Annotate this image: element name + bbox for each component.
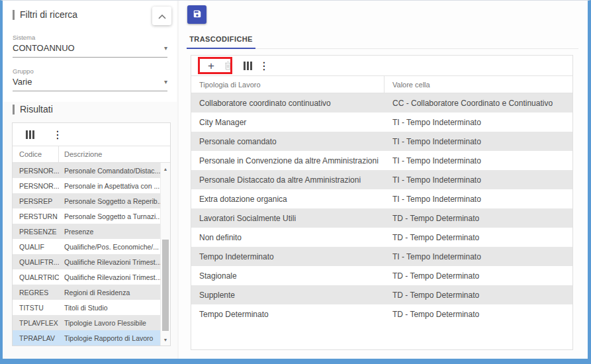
table-row[interactable]: Tempo Determinato TD - Tempo Determinato	[191, 304, 572, 324]
caret-down-icon[interactable]: ▾	[164, 79, 167, 85]
table-row[interactable]: PERSREP Personale Soggetto a Reperib...	[13, 193, 161, 208]
cell-descrizione: Personale Soggetto a Reperib...	[59, 197, 161, 205]
section-accent-bar	[13, 10, 15, 20]
results-title: Risultati	[20, 104, 53, 114]
cell-descrizione: Personale Soggetto a Turnazi...	[59, 212, 161, 220]
cell-valore: TD - Tempo Determinato	[385, 271, 572, 281]
gruppo-select[interactable]: Gruppo Varie ▾	[13, 68, 167, 91]
table-row[interactable]: QUALIF Qualifiche/Pos. Economiche/...	[13, 239, 161, 254]
table-row[interactable]: TPLAVFLEX Tipologie Lavoro Flessibile	[13, 315, 161, 330]
filters-title: Filtri di ricerca	[20, 9, 77, 20]
results-header: Risultati	[3, 104, 53, 114]
cell-descrizione: Tipologie Lavoro Flessibile	[59, 319, 161, 327]
cell-descrizione: Presenze	[59, 228, 161, 236]
cell-tipologia: Personale Distaccato da altre Amministra…	[191, 175, 385, 185]
cell-codice: QUALIF	[13, 243, 59, 251]
table-row[interactable]: City Manager TI - Tempo Indeterminato	[191, 113, 572, 132]
table-row[interactable]: Lavoratori Socialmente Utili TD - Tempo …	[191, 208, 572, 228]
table-row[interactable]: REGRES Regioni di Residenza	[13, 285, 161, 300]
table-row[interactable]: PERSTURN Personale Soggetto a Turnazi...	[13, 208, 161, 224]
cell-valore: CC - Collaboratore Coordinato e Continua…	[385, 99, 572, 108]
table-row[interactable]: PERSNOR... Personale in Aspettativa con …	[13, 178, 161, 193]
scroll-down-icon[interactable]: ▼	[161, 335, 170, 344]
table-row[interactable]: QUALRTRIC Qualifiche Rilevazioni Trimest…	[13, 269, 161, 285]
cell-descrizione: Qualifiche Rilevazioni Trimest...	[59, 258, 161, 266]
results-scrollbar[interactable]: ▲ ▼	[160, 163, 170, 345]
column-header-tipologia[interactable]: Tipologia di Lavoro	[191, 76, 385, 93]
grid-column-headers: Tipologia di Lavoro Valore cella	[191, 75, 572, 93]
save-button[interactable]	[187, 5, 206, 24]
cell-codice: TPRAPLAV	[13, 334, 59, 342]
column-header-descrizione[interactable]: Descrizione	[59, 150, 170, 158]
cell-valore: TD - Tempo Determinato	[385, 310, 572, 319]
cell-valore: TI - Tempo Indeterminato	[385, 137, 572, 146]
table-row[interactable]: Tempo Indeterminato TI - Tempo Indetermi…	[191, 247, 572, 266]
caret-down-icon[interactable]: ▾	[164, 45, 167, 52]
cell-descrizione: Regioni di Residenza	[59, 289, 161, 296]
table-row[interactable]: Personale in Convenzione da altre Ammini…	[191, 151, 572, 170]
grid-toolbar: + ⋮	[191, 56, 572, 75]
columns-icon[interactable]	[240, 58, 255, 73]
column-header-valore[interactable]: Valore cella	[385, 81, 572, 89]
scrollbar-thumb[interactable]	[162, 240, 169, 331]
kebab-menu-icon[interactable]: ⋮	[256, 58, 272, 73]
cell-valore: TI - Tempo Indeterminato	[385, 175, 572, 185]
results-grid: ⋮ Codice Descrizione PERSNOR... Personal…	[12, 122, 171, 346]
collapse-filters-button[interactable]	[152, 7, 171, 25]
gruppo-label: Gruppo	[13, 68, 167, 75]
table-row[interactable]: Personale comandato TI - Tempo Indetermi…	[191, 132, 572, 151]
cell-valore: TD - Tempo Determinato	[385, 291, 572, 300]
table-row[interactable]: TITSTU Titoli di Studio	[13, 300, 161, 315]
cell-codice: PERSNOR...	[13, 167, 59, 175]
cell-descrizione: Personale in Aspettativa con ...	[59, 182, 161, 190]
cell-valore: TD - Tempo Determinato	[385, 233, 572, 242]
table-row[interactable]: Collaboratore coordinato continuativo CC…	[191, 93, 572, 113]
cell-descrizione: Titoli di Studio	[59, 304, 161, 312]
cell-descrizione: Tipologie Rapporto di Lavoro	[59, 334, 161, 342]
cell-codice: TPLAVFLEX	[13, 319, 59, 327]
tab-trascodifiche[interactable]: TRASCODIFICHE	[187, 35, 255, 43]
cell-tipologia: City Manager	[191, 118, 385, 127]
cell-codice: TITSTU	[13, 304, 59, 312]
cell-valore: TI - Tempo Indeterminato	[385, 156, 572, 165]
grid-rows: Collaboratore coordinato continuativo CC…	[191, 93, 572, 324]
results-toolbar: ⋮	[13, 123, 170, 146]
table-row[interactable]: QUALIFTR... Qualifiche Rilevazioni Trime…	[13, 254, 161, 269]
kebab-menu-icon[interactable]: ⋮	[50, 126, 66, 142]
sistema-label: Sistema	[13, 34, 167, 41]
cell-valore: TI - Tempo Indeterminato	[385, 195, 572, 204]
table-row[interactable]: Stagionale TD - Tempo Determinato	[191, 266, 572, 285]
scroll-up-icon[interactable]: ▲	[161, 164, 170, 173]
add-row-icon[interactable]: +	[203, 58, 219, 73]
cell-codice: PERSTURN	[13, 212, 59, 220]
table-row[interactable]: PRESENZE Presenze	[13, 224, 161, 239]
cell-tipologia: Collaboratore coordinato continuativo	[191, 99, 385, 108]
app-window: Filtri di ricerca Sistema CONTOANNUO ▾ G…	[0, 0, 591, 364]
floppy-disk-icon	[193, 9, 202, 21]
cell-tipologia: Non definito	[191, 233, 385, 242]
trascodifiche-grid: + ⋮ Tipologia di Lavoro Valore cella Col…	[191, 55, 573, 350]
table-row[interactable]: TPRAPLAV Tipologie Rapporto di Lavoro	[13, 330, 161, 345]
cell-valore: TD - Tempo Determinato	[385, 214, 572, 223]
cell-codice: QUALIFTR...	[13, 258, 59, 266]
cell-tipologia: Tempo Indeterminato	[191, 252, 385, 261]
cell-tipologia: Extra dotazione organica	[191, 195, 385, 204]
table-row[interactable]: Supplente TD - Tempo Determinato	[191, 285, 572, 304]
cell-codice: PERSREP	[13, 197, 59, 205]
columns-icon[interactable]	[22, 126, 38, 142]
cell-descrizione: Personale Comandato/Distac...	[59, 167, 161, 175]
column-header-codice[interactable]: Codice	[13, 146, 59, 162]
table-row[interactable]: PERSNOR... Personale Comandato/Distac...	[13, 163, 161, 178]
results-rows: PERSNOR... Personale Comandato/Distac...…	[13, 163, 161, 345]
cell-codice: REGRES	[13, 289, 59, 296]
sistema-select[interactable]: Sistema CONTOANNUO ▾	[13, 34, 167, 58]
active-tab-underline	[187, 48, 255, 49]
table-row[interactable]: Extra dotazione organica TI - Tempo Inde…	[191, 189, 572, 208]
chevron-up-icon	[158, 11, 166, 21]
table-row[interactable]: Personale Distaccato da altre Amministra…	[191, 170, 572, 189]
delete-row-icon[interactable]	[220, 58, 236, 73]
table-row[interactable]: Non definito TD - Tempo Determinato	[191, 228, 572, 247]
cell-descrizione: Qualifiche Rilevazioni Trimest...	[59, 273, 161, 281]
cell-tipologia: Supplente	[191, 291, 385, 300]
filters-panel: Filtri di ricerca Sistema CONTOANNUO ▾ G…	[3, 1, 177, 102]
